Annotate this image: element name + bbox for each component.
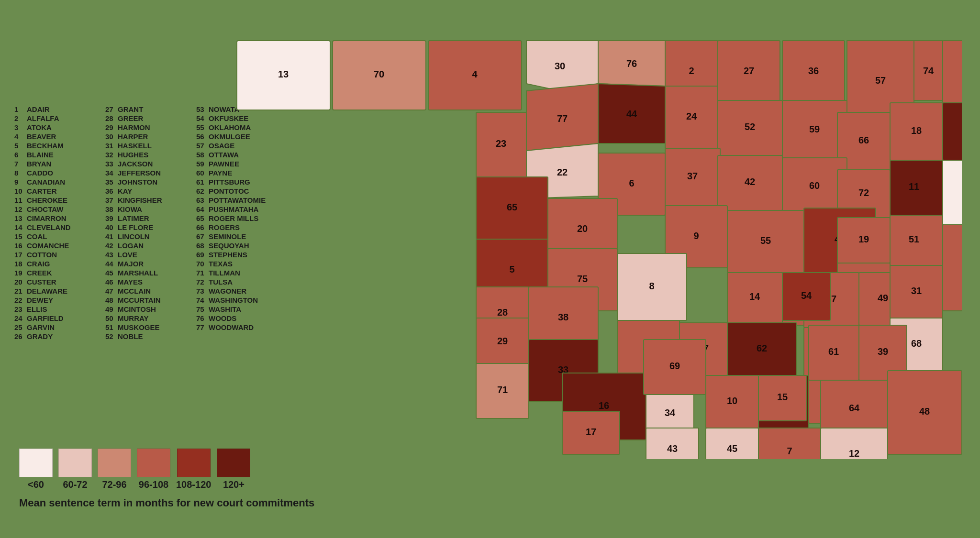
svg-rect-102 [943, 225, 962, 311]
svg-rect-0 [237, 41, 330, 110]
county-item: 38KIOWA [105, 205, 191, 213]
map-legend: <60 60-72 72-96 96-108 108-120 120+ [19, 449, 314, 509]
svg-marker-28 [526, 84, 598, 151]
svg-rect-110 [727, 323, 797, 375]
legend-color-96-108 [137, 449, 170, 477]
legend-item-lt60: <60 [19, 449, 53, 490]
legend-item-72-96: 72-96 [98, 449, 131, 490]
county-item: 51MUSKOGEE [105, 323, 191, 331]
legend-color-lt60 [19, 449, 53, 477]
svg-rect-150 [476, 363, 529, 418]
svg-rect-146 [821, 428, 888, 459]
legend-color-120plus [217, 449, 250, 477]
county-item: 25GARVIN [14, 323, 100, 331]
map-container: 1ADAIR 27GRANT 53NOWATA 2ALFALFA 28GREER… [0, 0, 980, 538]
svg-marker-8 [598, 41, 665, 86]
county-item: 41LINCOLN [105, 232, 191, 241]
county-item: 43LOVE [105, 251, 191, 259]
legend-label-120plus: 120+ [223, 479, 245, 490]
county-item: 44MAJOR [105, 260, 191, 268]
county-item: 40LE FLORE [105, 223, 191, 231]
legend-color-72-96 [98, 449, 131, 477]
svg-marker-18 [914, 41, 943, 100]
legend-label-108-120: 108-120 [176, 479, 211, 490]
svg-rect-66 [837, 218, 890, 263]
county-item: 15COAL [14, 232, 100, 241]
county-item: 5BECKHAM [14, 142, 100, 150]
svg-rect-20 [943, 41, 962, 103]
county-item: 23ELLIS [14, 305, 100, 313]
legend-label-lt60: <60 [28, 479, 44, 490]
county-item: 27GRANT [105, 105, 191, 113]
svg-rect-14 [782, 41, 845, 103]
svg-rect-46 [665, 148, 720, 206]
county-item: 48MCCURTAIN [105, 296, 191, 304]
legend-item-108-120: 108-120 [176, 449, 211, 490]
legend-color-60-72 [58, 449, 92, 477]
county-item: 19CREEK [14, 269, 100, 277]
legend-row: <60 60-72 72-96 96-108 108-120 120+ [19, 449, 314, 490]
county-item: 24GARFIELD [14, 314, 100, 322]
county-item: 46MAYES [105, 278, 191, 286]
svg-rect-48 [718, 155, 782, 210]
svg-rect-96 [890, 160, 943, 215]
legend-item-120plus: 120+ [217, 449, 250, 490]
county-item: 49MCINTOSH [105, 305, 191, 313]
county-item: 11CHEROKEE [14, 196, 100, 204]
svg-rect-2 [333, 41, 426, 110]
county-item: 2ALFALFA [14, 114, 100, 122]
svg-rect-126 [706, 375, 758, 428]
svg-rect-94 [890, 215, 943, 265]
county-item: 35JOHNSTON [105, 178, 191, 186]
legend-label-96-108: 96-108 [139, 479, 168, 490]
svg-rect-148 [888, 371, 962, 454]
legend-label-72-96: 72-96 [102, 479, 126, 490]
svg-marker-6 [526, 41, 598, 91]
county-item: 32HUGHES [105, 151, 191, 159]
svg-rect-130 [758, 375, 806, 421]
county-item: 17COTTON [14, 251, 100, 259]
county-item: 13CIMARRON [14, 214, 100, 222]
legend-caption: Mean sentence term in months for new cou… [19, 497, 314, 509]
svg-rect-134 [706, 428, 758, 459]
county-item: 36KAY [105, 187, 191, 195]
county-item: 37KINGFISHER [105, 196, 191, 204]
svg-rect-24 [943, 103, 962, 160]
svg-rect-140 [809, 325, 859, 380]
county-item: 33JACKSON [105, 160, 191, 168]
legend-label-60-72: 60-72 [63, 479, 87, 490]
svg-rect-152 [943, 160, 962, 225]
svg-marker-42 [476, 112, 526, 177]
svg-rect-124 [644, 340, 706, 395]
county-item: 16COMANCHE [14, 242, 100, 250]
legend-item-96-108: 96-108 [137, 449, 170, 490]
legend-color-108-120 [177, 449, 211, 477]
county-item: 10CARTER [14, 187, 100, 195]
county-item: 50MURRAY [105, 314, 191, 322]
svg-rect-78 [476, 318, 529, 366]
county-item: 52NOBLE [105, 332, 191, 340]
legend-item-60-72: 60-72 [58, 449, 92, 490]
svg-rect-12 [718, 41, 780, 103]
county-item: 45MARSHALL [105, 269, 191, 277]
svg-rect-56 [476, 177, 548, 239]
county-item: 7BRYAN [14, 160, 100, 168]
svg-rect-90 [782, 273, 830, 320]
county-item: 39LATIMER [105, 214, 191, 222]
county-item: 1ADAIR [14, 105, 100, 113]
county-item: 18CRAIG [14, 260, 100, 268]
county-item: 31HASKELL [105, 142, 191, 150]
county-item: 22DEWEY [14, 296, 100, 304]
county-item: 29HARMON [105, 123, 191, 132]
svg-rect-138 [758, 428, 821, 459]
svg-rect-120 [562, 411, 620, 454]
svg-rect-32 [665, 86, 718, 148]
county-item: 8CADDO [14, 169, 100, 177]
svg-rect-98 [890, 265, 943, 318]
svg-rect-4 [428, 41, 522, 110]
county-item: 14CLEVELAND [14, 223, 100, 231]
svg-rect-34 [718, 100, 782, 155]
county-item: 47MCCLAIN [105, 287, 191, 295]
svg-marker-30 [598, 84, 665, 143]
county-item: 4BEAVER [14, 132, 100, 141]
